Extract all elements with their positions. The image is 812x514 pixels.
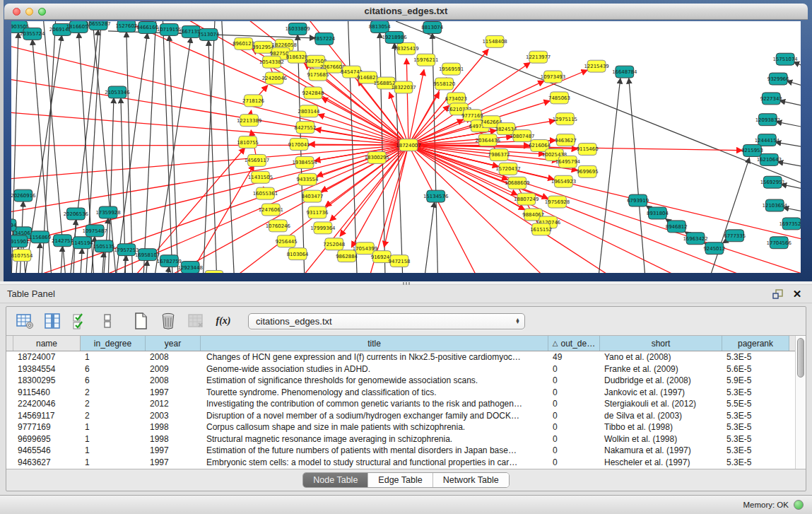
scrollbar-thumb[interactable] <box>797 338 804 378</box>
table-row[interactable]: 2242004622012Investigating the contribut… <box>6 398 795 410</box>
graph-node[interactable]: 9433554 <box>297 173 319 185</box>
graph-node[interactable]: 17999364 <box>310 222 336 234</box>
table-cell[interactable]: 2003 <box>146 411 201 421</box>
graph-node[interactable]: 15720437 <box>495 163 520 175</box>
table-cell[interactable]: 9115460 <box>13 387 81 397</box>
graph-node[interactable]: 8427552 <box>295 122 317 134</box>
graph-edge[interactable] <box>779 100 801 107</box>
table-cell[interactable]: 0 <box>548 445 600 455</box>
graph-edge[interactable] <box>794 62 801 69</box>
table-cell[interactable]: 2 <box>81 411 146 421</box>
graph-edge[interactable] <box>11 145 408 146</box>
table-cell[interactable]: 5.3E-5 <box>722 434 789 444</box>
graph-node[interactable]: 9329966 <box>767 73 789 85</box>
graph-node[interactable]: 1145194 <box>71 237 93 249</box>
graph-node[interactable]: 9558120 <box>433 78 455 90</box>
table-cell[interactable]: Structural magnetic resonance image aver… <box>201 434 548 444</box>
table-row[interactable]: 946554611997Estimation of the future num… <box>6 445 795 457</box>
table-settings-button[interactable] <box>15 311 35 331</box>
table-cell[interactable]: Disruption of a novel member of a sodium… <box>201 411 548 421</box>
table-cell[interactable]: 1 <box>81 457 146 467</box>
graph-node[interactable]: 12444154 <box>755 134 780 146</box>
graph-node[interactable]: 9862884 <box>336 250 358 262</box>
network-view[interactable]: 1872400789601238912954182260589827502105… <box>11 21 801 273</box>
graph-node[interactable]: 9175685 <box>307 69 329 81</box>
table-cell[interactable]: Stergiakouli et al. (2012) <box>600 399 722 409</box>
graph-node[interactable]: 9463627 <box>555 134 577 146</box>
graph-node[interactable]: 17359928 <box>95 206 120 218</box>
table-row[interactable]: 946362711997Embryonic stem cells: a mode… <box>6 457 795 469</box>
graph-edge[interactable] <box>222 21 235 273</box>
graph-node[interactable]: 9472158 <box>389 255 411 267</box>
graph-node[interactable]: 20355724 <box>20 28 45 40</box>
table-cell[interactable]: 5.3E-5 <box>722 422 789 432</box>
graph-node[interactable]: 18322037 <box>391 81 416 93</box>
graph-node[interactable]: 14569117 <box>245 154 269 166</box>
table-cell[interactable]: Corpus callosum shape and size in male p… <box>201 422 548 432</box>
select-all-button[interactable] <box>70 311 90 331</box>
table-cell[interactable]: 0 <box>548 399 600 409</box>
table-cell[interactable]: 1 <box>81 445 146 455</box>
table-cell[interactable]: 0 <box>548 387 600 397</box>
table-cell[interactable]: Genome-wide association studies in ADHD. <box>201 364 548 374</box>
graph-node[interactable]: 10688609 <box>505 177 529 189</box>
table-cell[interactable]: 18724007 <box>13 352 81 362</box>
window-titlebar[interactable]: citations_edges.txt <box>4 4 808 20</box>
graph-node[interactable]: 16033809 <box>285 23 310 35</box>
graph-node[interactable]: 2718126 <box>242 95 264 107</box>
graph-node[interactable]: 12975115 <box>553 113 577 125</box>
table-cell[interactable]: 5.6E-5 <box>722 364 789 374</box>
split-handle[interactable] <box>0 281 812 285</box>
graph-node[interactable]: 16973520 <box>779 218 801 230</box>
graph-node[interactable]: 12476061 <box>259 204 283 216</box>
graph-node[interactable]: 11548408 <box>482 35 507 47</box>
table-cell[interactable]: Changes of HCN gene expression and I(f) … <box>201 352 548 362</box>
graph-node[interactable]: 8813054 <box>369 21 391 33</box>
table-cell[interactable]: Investigating the contribution of common… <box>201 399 548 409</box>
graph-edge[interactable] <box>408 145 801 273</box>
graph-node[interactable]: 8466160 <box>136 21 158 33</box>
table-cell[interactable]: 9465546 <box>13 445 81 455</box>
graph-edge[interactable] <box>408 145 743 151</box>
table-cell[interactable]: 19384554 <box>13 364 81 374</box>
graph-node[interactable]: 8215953 <box>741 145 763 157</box>
graph-edge[interactable] <box>348 21 358 273</box>
graph-node[interactable]: 16648784 <box>612 66 637 78</box>
tab-node-table[interactable]: Node Table <box>303 473 368 487</box>
graph-node[interactable]: 16055361 <box>253 187 278 199</box>
table-cell[interactable]: Dudbridge et al. (2008) <box>600 375 722 385</box>
graph-node[interactable]: 1810755 <box>237 136 259 148</box>
table-cell[interactable]: Nakamura et al. (1997) <box>600 445 722 455</box>
graph-node[interactable]: 16495794 <box>555 156 581 168</box>
graph-edge[interactable] <box>424 202 435 273</box>
graph-node[interactable]: 15692951 <box>760 176 785 188</box>
table-row[interactable]: 1938455462009Genome-wide association stu… <box>6 363 795 375</box>
graph-node[interactable]: 18325419 <box>394 42 418 54</box>
table-cell[interactable]: 22420046 <box>13 399 81 409</box>
graph-node[interactable]: 9311736 <box>306 206 328 218</box>
table-cell[interactable]: 0 <box>548 422 600 432</box>
graph-edge[interactable] <box>38 243 40 273</box>
table-cell[interactable]: 9699695 <box>13 434 81 444</box>
graph-node[interactable]: 12103654 <box>763 199 788 211</box>
table-cell[interactable]: 2008 <box>146 352 201 362</box>
table-cell[interactable]: 5.3E-5 <box>722 457 789 467</box>
graph-node[interactable]: 16963422 <box>683 233 707 245</box>
graph-node[interactable]: 10760246 <box>266 220 290 232</box>
graph-node[interactable]: 1505135 <box>93 240 115 252</box>
table-row[interactable]: 1872400712008Changes of HCN gene express… <box>6 351 795 363</box>
graph-node[interactable]: 12923448 <box>178 262 203 273</box>
graph-node[interactable]: 9256445 <box>276 235 298 247</box>
table-cell[interactable]: 0 <box>548 434 600 444</box>
graph-node[interactable]: 20206536 <box>64 208 88 220</box>
graph-node[interactable]: 21053346 <box>105 86 129 98</box>
table-cell[interactable]: 1 <box>81 434 146 444</box>
graph-node[interactable]: 631694 <box>11 219 17 231</box>
graph-node[interactable]: 10543382 <box>259 56 284 68</box>
graph-node[interactable]: 16210643 <box>757 153 782 165</box>
graph-node[interactable]: 9245012 <box>703 243 725 255</box>
graph-node[interactable]: 18724007 <box>396 139 420 151</box>
graph-node[interactable]: 15976211 <box>413 54 438 66</box>
unselect-all-button[interactable] <box>98 311 117 331</box>
graph-node[interactable]: 8403477 <box>302 190 324 202</box>
